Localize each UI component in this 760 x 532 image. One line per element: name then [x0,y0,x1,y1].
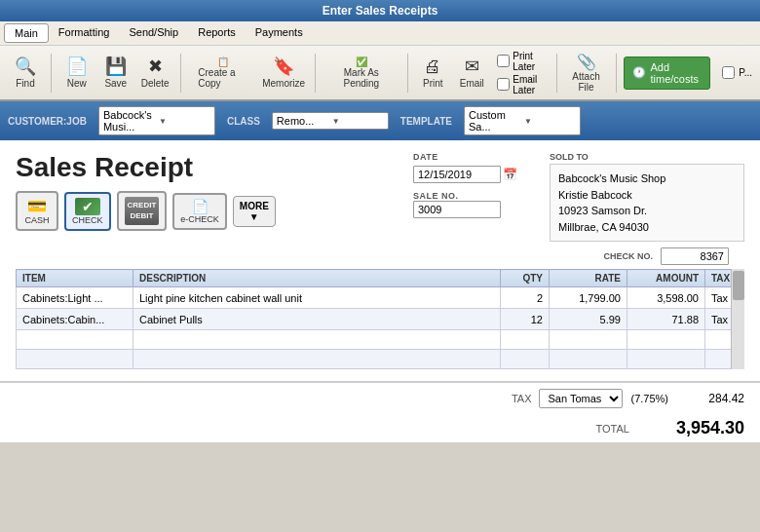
tax-label: TAX [512,393,532,404]
class-label: CLASS [227,116,260,127]
col-rate: RATE [550,270,627,287]
find-button[interactable]: 🔍 Find [8,53,43,93]
cell-description[interactable]: Cabinet Pulls [133,309,501,330]
tax-region-select[interactable]: San Tomas [539,389,623,408]
cell-amount[interactable]: 71.88 [627,309,705,330]
sold-to-line2: Kristie Babcock [558,187,736,204]
cell-qty[interactable] [501,350,550,369]
date-section: DATE 📅 [413,152,530,183]
cell-item[interactable] [17,330,133,350]
cell-rate[interactable]: 1,799.00 [550,287,627,309]
cell-rate[interactable]: 5.99 [550,309,627,330]
email-button[interactable]: ✉ Email [454,53,489,93]
sale-no-section: SALE NO. [413,191,530,218]
cell-description[interactable] [133,350,501,369]
cell-qty[interactable]: 12 [501,309,550,330]
date-input[interactable] [413,166,501,183]
mark-pending-button[interactable]: ✅ Mark As Pending [323,53,399,93]
cell-amount[interactable] [627,330,705,350]
class-dropdown[interactable]: Remo... ▼ [272,112,389,130]
scrollbar-thumb[interactable] [733,271,744,300]
vertical-scrollbar[interactable] [731,269,744,369]
cell-qty[interactable] [501,330,550,350]
sep2 [180,54,181,93]
save-icon: 💾 [105,57,127,78]
addtime-button[interactable]: 🕐 Add time/costs [624,57,710,90]
cell-amount[interactable]: 3,598.00 [627,287,705,309]
table-row[interactable] [17,350,744,369]
customer-bar: CUSTOMER:JOB Babcock's Musi... ▼ CLASS R… [0,101,760,140]
title-bar: Enter Sales Receipts [0,0,760,21]
calendar-icon[interactable]: 📅 [503,168,517,181]
addtime-icon: 🕐 [632,66,646,79]
extra-checkbox[interactable] [722,66,735,79]
table-row[interactable]: Cabinets:Light ... Light pine kitchen ca… [17,287,744,309]
cell-rate[interactable] [550,330,627,350]
attach-button[interactable]: 📎 AttachFile [564,50,607,95]
print-later-checkbox[interactable] [497,55,510,67]
content-area: Sales Receipt 💳 CASH ✔ CHECK CREDITDEBIT… [0,140,760,381]
sold-to-line3: 10923 Samson Dr. [558,203,736,219]
cell-description[interactable]: Light pine kitchen cabinet wall unit [133,287,501,309]
menu-main[interactable]: Main [4,23,49,43]
print-button[interactable]: 🖨 Print [415,53,450,93]
memorize-icon: 🔖 [273,57,294,78]
customer-dropdown-arrow: ▼ [159,117,210,126]
customer-dropdown[interactable]: Babcock's Musi... ▼ [98,106,215,135]
date-label: DATE [413,152,530,162]
cell-item[interactable]: Cabinets:Light ... [17,287,133,309]
new-button[interactable]: 📄 New [59,53,95,93]
email-later-checkbox[interactable] [497,78,510,91]
check-button[interactable]: ✔ CHECK [64,192,111,231]
menu-payments[interactable]: Payments [246,23,313,43]
save-button[interactable]: 💾 Save [98,53,133,93]
new-icon: 📄 [66,57,88,78]
credit-debit-button[interactable]: CREDITDEBIT [117,191,168,231]
toolbar: 🔍 Find 📄 New 💾 Save ✖ Delete 📋 Create a … [0,46,760,101]
sold-to-label: SOLD TO [550,152,744,162]
find-icon: 🔍 [15,57,36,78]
sale-no-input[interactable] [413,201,501,218]
extra-label: P... [739,67,752,78]
menu-send-ship[interactable]: Send/Ship [119,23,188,43]
sep5 [556,54,557,93]
credit-debit-icon: CREDITDEBIT [125,197,160,225]
memorize-button[interactable]: 🔖 Memorize [260,53,307,93]
tax-row: TAX San Tomas (7.75%) 284.42 [0,382,760,414]
sold-to-line4: Millbrae, CA 94030 [558,219,736,236]
total-row: TOTAL 3,954.30 [0,414,760,442]
echeck-icon: 📄 [192,199,209,214]
echeck-button[interactable]: 📄 e-CHECK [172,193,227,230]
total-amount: 3,954.30 [676,418,744,438]
cash-button[interactable]: 💳 CASH [16,191,58,231]
template-dropdown-arrow: ▼ [524,117,576,126]
menu-reports[interactable]: Reports [188,23,246,43]
sold-to-box: Babcock's Music Shop Kristie Babcock 109… [550,164,744,242]
app-title: Enter Sales Receipts [323,4,438,18]
cell-description[interactable] [133,330,501,350]
cell-qty[interactable]: 2 [501,287,550,309]
sep3 [315,54,316,93]
more-button[interactable]: MORE ▼ [233,196,276,227]
table-row[interactable]: Cabinets:Cabin... Cabinet Pulls 12 5.99 … [17,309,744,330]
cell-item[interactable] [17,350,133,369]
col-qty: QTY [501,270,550,287]
create-copy-icon: 📋 [217,57,229,67]
create-copy-button[interactable]: 📋 Create a Copy [189,53,256,93]
check-icon: ✔ [75,198,100,215]
template-dropdown[interactable]: Custom Sa... ▼ [464,106,581,135]
menu-formatting[interactable]: Formatting [49,23,120,43]
check-no-input[interactable] [661,247,729,265]
sep4 [407,54,408,93]
customer-job-label: CUSTOMER:JOB [8,116,87,127]
table-row[interactable] [17,330,744,350]
delete-button[interactable]: ✖ Delete [137,53,173,93]
tax-rate: (7.75%) [630,393,668,404]
cell-item[interactable]: Cabinets:Cabin... [17,309,133,330]
payment-methods: 💳 CASH ✔ CHECK CREDITDEBIT 📄 e-CHECK MOR… [16,191,394,231]
tax-amount: 284.42 [676,392,744,405]
col-item: ITEM [17,270,133,287]
more-chevron-icon: ▼ [249,211,259,222]
cell-amount[interactable] [627,350,705,369]
cell-rate[interactable] [550,350,627,369]
